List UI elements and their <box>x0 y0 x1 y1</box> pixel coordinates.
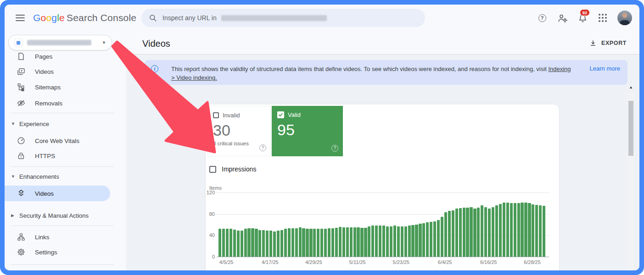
chart-bar <box>371 226 374 257</box>
invalid-help-icon[interactable]: ? <box>259 144 266 151</box>
invalid-toggle-tile[interactable]: Invalid 30 3 critical issues ? <box>207 106 271 156</box>
banner-text: This report shows the validity of struct… <box>171 65 575 82</box>
chart-bar <box>269 231 272 257</box>
chart-bar <box>291 228 294 257</box>
sidebar-item-sitemaps[interactable]: Sitemaps <box>5 80 126 94</box>
chart-bar <box>543 206 545 257</box>
sidebar-item-videos[interactable]: Videos <box>5 65 126 78</box>
url-inspection-search-input[interactable]: Inspect any URL in <box>141 9 425 27</box>
sidebar-divider <box>11 264 114 265</box>
invalid-checkbox-unchecked[interactable] <box>213 112 219 118</box>
chart-bar <box>488 209 491 257</box>
sidebar-item-core-web-vitals[interactable]: Core Web Vitals <box>5 134 126 148</box>
impressions-toggle[interactable]: Impressions <box>209 165 256 173</box>
valid-toggle-tile[interactable]: Valid 95 ? <box>272 106 343 156</box>
export-button[interactable]: EXPORT <box>589 39 627 47</box>
app-logo[interactable]: GoogleSearch Console <box>33 12 136 23</box>
user-settings-button[interactable] <box>557 12 568 23</box>
chart-bar <box>368 226 370 257</box>
sidebar-section-experience[interactable]: ▼ Experience <box>5 118 126 129</box>
chevron-right-icon: ▶ <box>11 213 16 218</box>
redacted-property-name <box>27 40 91 45</box>
chart-bar <box>230 229 232 257</box>
chart-bar <box>499 204 502 257</box>
chevron-down-icon: ▼ <box>11 121 16 126</box>
sidebar-item-links[interactable]: Links <box>5 230 126 244</box>
sidebar-divider <box>11 166 114 167</box>
sidebar-section-enhancements[interactable]: ▼ Enhancements <box>5 171 126 182</box>
speedometer-icon <box>17 136 26 145</box>
chart-bar <box>379 226 381 257</box>
sidebar-item-videos-enhancement-selected[interactable]: Videos <box>5 186 110 201</box>
chart-bar <box>237 231 240 257</box>
chart-bar <box>477 208 480 257</box>
chart-plot[interactable] <box>218 192 546 257</box>
chart-bar <box>350 227 353 257</box>
section-label: Experience <box>19 121 49 127</box>
logo-letter: e <box>59 12 65 23</box>
chart-bar <box>503 203 505 257</box>
chart-bar <box>233 230 236 257</box>
gear-icon <box>17 248 26 257</box>
notifications-button[interactable]: 92 <box>577 12 588 23</box>
impressions-checkbox-unchecked <box>209 166 216 173</box>
chart-bar <box>506 203 509 257</box>
chart-bar <box>277 231 280 257</box>
sidebar-item-settings[interactable]: Settings <box>5 245 126 259</box>
logo-suffix: Search Console <box>67 12 136 23</box>
chart-bar <box>437 220 440 257</box>
logo-letter: g <box>51 12 57 23</box>
property-favicon: ⊞ <box>14 38 22 47</box>
sidebar-section-security[interactable]: ▶ Security & Manual Actions <box>5 210 126 221</box>
chart-bar <box>313 229 316 257</box>
sidebar-item-label: Settings <box>35 249 57 256</box>
sidebar-item-https[interactable]: HTTPS <box>5 149 126 163</box>
sidebar-divider <box>11 226 114 226</box>
google-apps-button[interactable] <box>597 12 608 23</box>
sidebar-item-label: Core Web Vitals <box>35 138 79 144</box>
chart-bar <box>302 228 305 257</box>
chart-bar <box>288 228 291 257</box>
x-tick-label: 5/11/25 <box>349 259 366 265</box>
chart-bar <box>484 207 487 257</box>
sidebar-item-label: Videos <box>35 68 54 75</box>
chart-bar <box>255 229 258 257</box>
lock-icon <box>17 151 26 160</box>
chart-bar <box>295 228 298 257</box>
chart-bar <box>422 223 425 257</box>
x-axis-line <box>217 257 549 257</box>
sidebar-item-label: Pages <box>35 53 52 60</box>
chart-bar <box>390 226 392 257</box>
chart-bar <box>495 205 498 257</box>
help-button[interactable]: ? <box>537 12 548 23</box>
chart-bar <box>244 229 247 257</box>
chart-bar <box>375 226 378 257</box>
property-selector-dropdown[interactable]: ⊞ ▼ <box>8 35 112 50</box>
chart-bar <box>517 203 520 257</box>
chart-bar <box>419 224 421 257</box>
sidebar-item-pages[interactable]: Pages <box>5 53 126 63</box>
sidebar-divider <box>11 113 114 113</box>
chart-bar <box>222 229 225 257</box>
layers-icon <box>17 189 26 198</box>
sidebar-item-removals[interactable]: Removals <box>5 96 126 110</box>
screenshot-frame: GoogleSearch Console Inspect any URL in … <box>0 0 644 275</box>
chart-bar <box>299 227 302 257</box>
account-avatar[interactable] <box>617 11 632 25</box>
chart-bar <box>353 227 356 257</box>
apps-grid-icon <box>599 14 607 22</box>
chart-bar <box>331 228 334 257</box>
chart-bar <box>455 209 458 257</box>
scrollbar-up-arrow[interactable]: ▲ <box>627 84 634 91</box>
valid-checkbox-checked[interactable] <box>277 111 284 118</box>
logo-letter: G <box>33 12 41 23</box>
chart-bar <box>273 231 276 257</box>
learn-more-link[interactable]: Learn more <box>590 65 620 72</box>
section-label: Enhancements <box>19 173 59 180</box>
chart-bar <box>521 203 523 257</box>
hamburger-menu-icon[interactable] <box>16 15 25 21</box>
chart-bar <box>408 226 411 257</box>
notification-count-badge: 92 <box>580 9 590 16</box>
valid-help-icon[interactable]: ? <box>331 145 338 152</box>
scrollbar-thumb[interactable] <box>628 101 633 156</box>
